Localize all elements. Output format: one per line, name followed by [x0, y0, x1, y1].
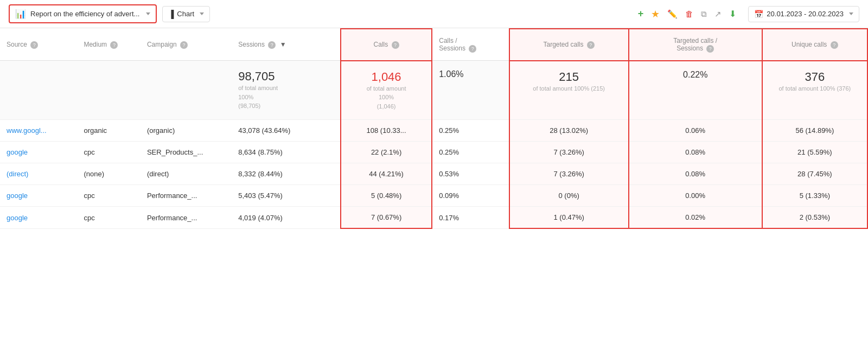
- row1-targeted-calls: 28 (13.02%): [509, 120, 629, 142]
- row1-sessions: 43,078 (43.64%): [232, 120, 341, 142]
- row5-unique-calls: 2 (0.53%): [762, 207, 867, 229]
- row5-calls-sessions: 0.17%: [432, 207, 509, 229]
- totals-unique-calls: 376 of total amount 100% (376): [762, 61, 867, 120]
- toolbar-action-icons: + ★ ✏️ 🗑 ⧉ ↗ ⬇: [638, 8, 737, 20]
- row5-targeted-calls-sessions: 0.02%: [629, 207, 762, 229]
- share-icon[interactable]: ↗: [714, 9, 722, 19]
- row2-medium: cpc: [77, 142, 141, 163]
- totals-source: [0, 61, 77, 120]
- totals-targeted-calls-number: 215: [516, 70, 622, 84]
- row1-targeted-calls-sessions: 0.06%: [629, 120, 762, 142]
- totals-calls: 1,046 of total amount 100% (1,046): [341, 61, 432, 120]
- row1-calls: 108 (10.33...: [341, 120, 432, 142]
- delete-icon[interactable]: 🗑: [685, 9, 693, 18]
- row3-unique-calls: 28 (7.45%): [762, 163, 867, 185]
- report-label: Report on the efficiency of advert...: [30, 10, 139, 18]
- sessions-help-icon[interactable]: ?: [268, 41, 276, 49]
- table-row: google cpc SER_Products_... 8,634 (8.75%…: [0, 142, 867, 163]
- totals-calls-number: 1,046: [348, 70, 425, 84]
- toolbar: 📊 Report on the efficiency of advert... …: [0, 0, 868, 28]
- table-row: google cpc Performance_... 4,019 (4.07%)…: [0, 207, 867, 229]
- row5-medium: cpc: [77, 207, 141, 229]
- th-calls: Calls ?: [341, 29, 432, 61]
- date-range-selector[interactable]: 📅 20.01.2023 - 20.02.2023: [748, 6, 859, 22]
- row3-campaign: (direct): [141, 163, 232, 185]
- row4-targeted-calls-sessions: 0.00%: [629, 185, 762, 207]
- row5-sessions: 4,019 (4.07%): [232, 207, 341, 229]
- chart-bar-icon: ▐: [168, 10, 174, 18]
- th-targeted-calls: Targeted calls ?: [509, 29, 629, 61]
- table-row: www.googl... organic (organic) 43,078 (4…: [0, 120, 867, 142]
- date-range-label: 20.01.2023 - 20.02.2023: [767, 10, 844, 18]
- totals-targeted-calls-sessions: 0.22%: [629, 61, 762, 120]
- row3-sessions: 8,332 (8.44%): [232, 163, 341, 185]
- row2-targeted-calls: 7 (3.26%): [509, 142, 629, 163]
- row3-targeted-calls: 7 (3.26%): [509, 163, 629, 185]
- th-calls-sessions: Calls /Sessions ?: [432, 29, 509, 61]
- totals-targeted-calls-sessions-value: 0.22%: [683, 70, 707, 79]
- totals-calls-sessions-value: 1.06%: [439, 69, 463, 79]
- row2-calls-sessions: 0.25%: [432, 142, 509, 163]
- sessions-sort-icon: ▼: [280, 41, 286, 48]
- th-medium: Medium ?: [77, 29, 141, 61]
- calls-help-icon[interactable]: ?: [392, 41, 399, 49]
- row1-calls-sessions: 0.25%: [432, 120, 509, 142]
- totals-sessions-sub: of total amount 100% (98,705): [238, 84, 334, 111]
- chart-selector[interactable]: ▐ Chart: [162, 6, 210, 22]
- totals-calls-sub: of total amount 100% (1,046): [348, 84, 425, 111]
- totals-targeted-calls: 215 of total amount 100% (215): [509, 61, 629, 120]
- totals-sessions-number: 98,705: [238, 69, 334, 84]
- row4-campaign: Performance_...: [141, 185, 232, 207]
- totals-unique-calls-number: 376: [769, 70, 860, 84]
- row4-sessions: 5,403 (5.47%): [232, 185, 341, 207]
- th-targeted-calls-sessions: Targeted calls /Sessions ?: [629, 29, 762, 61]
- row4-medium: cpc: [77, 185, 141, 207]
- row2-campaign: SER_Products_...: [141, 142, 232, 163]
- unique-calls-help-icon[interactable]: ?: [831, 41, 838, 49]
- row3-calls: 44 (4.21%): [341, 163, 432, 185]
- report-selector[interactable]: 📊 Report on the efficiency of advert...: [9, 4, 157, 23]
- totals-row: 98,705 of total amount 100% (98,705) 1,0…: [0, 61, 867, 120]
- totals-unique-calls-sub: of total amount 100% (376): [769, 84, 860, 93]
- row4-unique-calls: 5 (1.33%): [762, 185, 867, 207]
- totals-targeted-calls-sub: of total amount 100% (215): [516, 84, 622, 93]
- targeted-calls-help-icon[interactable]: ?: [587, 41, 595, 49]
- totals-calls-sessions: 1.06%: [432, 61, 509, 120]
- source-help-icon[interactable]: ?: [30, 41, 38, 49]
- star-icon[interactable]: ★: [651, 8, 660, 20]
- medium-help-icon[interactable]: ?: [110, 41, 118, 49]
- row4-targeted-calls: 0 (0%): [509, 185, 629, 207]
- row5-targeted-calls: 1 (0.47%): [509, 207, 629, 229]
- row5-calls: 7 (0.67%): [341, 207, 432, 229]
- row3-medium: (none): [77, 163, 141, 185]
- report-icon: 📊: [15, 9, 26, 19]
- th-source: Source ?: [0, 29, 77, 61]
- targeted-calls-sessions-help-icon[interactable]: ?: [706, 45, 714, 53]
- table-row: google cpc Performance_... 5,403 (5.47%)…: [0, 185, 867, 207]
- row1-source: www.googl...: [0, 120, 77, 142]
- download-icon[interactable]: ⬇: [729, 9, 736, 19]
- campaign-help-icon[interactable]: ?: [180, 41, 188, 49]
- chart-label: Chart: [177, 10, 194, 18]
- row2-source: google: [0, 142, 77, 163]
- row2-targeted-calls-sessions: 0.08%: [629, 142, 762, 163]
- row3-source: (direct): [0, 163, 77, 185]
- th-unique-calls: Unique calls ?: [762, 29, 867, 61]
- edit-icon[interactable]: ✏️: [667, 9, 678, 19]
- row5-source: google: [0, 207, 77, 229]
- row1-unique-calls: 56 (14.89%): [762, 120, 867, 142]
- row2-unique-calls: 21 (5.59%): [762, 142, 867, 163]
- add-icon[interactable]: +: [638, 8, 644, 20]
- row4-source: google: [0, 185, 77, 207]
- calls-sessions-help-icon[interactable]: ?: [469, 45, 476, 53]
- row1-medium: organic: [77, 120, 141, 142]
- th-sessions[interactable]: Sessions ? ▼: [232, 29, 341, 61]
- date-chevron-icon: [849, 12, 853, 15]
- totals-campaign: [141, 61, 232, 120]
- row4-calls-sessions: 0.09%: [432, 185, 509, 207]
- th-campaign: Campaign ?: [141, 29, 232, 61]
- copy-icon[interactable]: ⧉: [701, 9, 707, 19]
- row3-calls-sessions: 0.53%: [432, 163, 509, 185]
- totals-sessions: 98,705 of total amount 100% (98,705): [232, 61, 341, 120]
- row3-targeted-calls-sessions: 0.08%: [629, 163, 762, 185]
